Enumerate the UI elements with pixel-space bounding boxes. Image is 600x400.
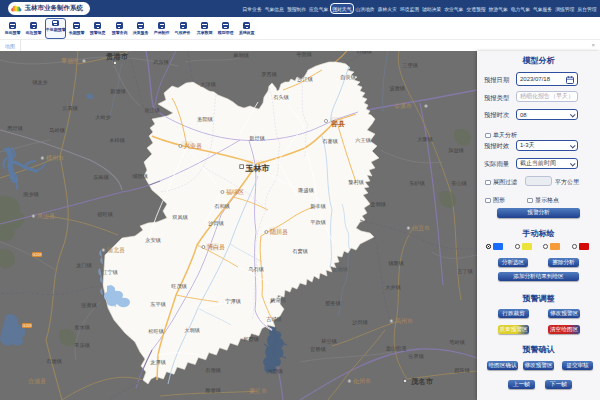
svg-text:武乐镇: 武乐镇 bbox=[153, 59, 169, 65]
svg-text:加益镇: 加益镇 bbox=[448, 147, 464, 154]
svg-text:石寨镇: 石寨镇 bbox=[322, 138, 338, 144]
svg-text:玉林市: 玉林市 bbox=[245, 163, 270, 173]
svg-text:黎村镇: 黎村镇 bbox=[348, 179, 364, 186]
svg-text:沙田镇: 沙田镇 bbox=[208, 220, 224, 227]
svg-text:宁潭镇: 宁潭镇 bbox=[225, 298, 241, 305]
svg-text:清湖镇: 清湖镇 bbox=[270, 297, 286, 304]
svg-text:镇龙乡: 镇龙乡 bbox=[32, 79, 48, 85]
svg-text:沙江镇: 沙江镇 bbox=[297, 76, 313, 83]
svg-text:化州市: 化州市 bbox=[353, 377, 371, 385]
svg-text:朱砂镇: 朱砂镇 bbox=[409, 180, 425, 186]
svg-text:福旺镇: 福旺镇 bbox=[97, 211, 113, 218]
svg-text:高州市: 高州市 bbox=[395, 317, 413, 324]
svg-text:泉水镇: 泉水镇 bbox=[74, 324, 90, 330]
svg-text:河唇镇: 河唇镇 bbox=[267, 368, 283, 375]
svg-text:官桥镇: 官桥镇 bbox=[310, 346, 326, 352]
svg-text:张黄镇: 张黄镇 bbox=[81, 302, 97, 309]
svg-text:周圩镇: 周圩镇 bbox=[7, 125, 23, 131]
svg-text:波塘镇: 波塘镇 bbox=[389, 85, 405, 92]
svg-text:隆盛镇: 隆盛镇 bbox=[298, 187, 314, 193]
svg-text:岑溪市: 岑溪市 bbox=[394, 102, 412, 109]
svg-text:分界镇: 分界镇 bbox=[408, 353, 424, 359]
svg-text:湛江镇: 湛江镇 bbox=[144, 107, 160, 114]
svg-text:观珠镇: 观珠镇 bbox=[454, 367, 470, 374]
svg-text:旺茂镇: 旺茂镇 bbox=[171, 283, 187, 289]
svg-text:廉江市: 廉江市 bbox=[249, 387, 267, 394]
svg-text:沙田镇: 沙田镇 bbox=[352, 319, 368, 326]
svg-text:石头镇: 石头镇 bbox=[273, 94, 289, 100]
svg-text:新塘镇: 新塘镇 bbox=[110, 88, 126, 95]
svg-text:林尘镇: 林尘镇 bbox=[320, 338, 337, 344]
svg-text:新圩镇: 新圩镇 bbox=[249, 135, 265, 141]
svg-text:自良镇: 自良镇 bbox=[340, 74, 356, 81]
svg-text:信宜市: 信宜市 bbox=[412, 224, 430, 232]
svg-text:G209: G209 bbox=[23, 324, 32, 328]
svg-text:麻垌镇: 麻垌镇 bbox=[233, 52, 249, 59]
svg-text:石和镇: 石和镇 bbox=[214, 203, 230, 209]
svg-text:G209: G209 bbox=[33, 253, 42, 257]
svg-text:大岭乡: 大岭乡 bbox=[95, 114, 111, 120]
svg-text:大洋镇: 大洋镇 bbox=[200, 81, 216, 88]
svg-text:大隆镇: 大隆镇 bbox=[417, 136, 433, 142]
svg-text:马岭镇: 马岭镇 bbox=[49, 127, 65, 133]
svg-text:灵山县: 灵山县 bbox=[37, 212, 55, 219]
svg-text:文地镇: 文地镇 bbox=[332, 266, 348, 272]
svg-text:笃岭镇: 笃岭镇 bbox=[449, 339, 465, 346]
svg-text:木梓镇: 木梓镇 bbox=[109, 137, 125, 143]
svg-text:古城镇: 古城镇 bbox=[266, 316, 282, 323]
svg-text:寺面镇: 寺面镇 bbox=[296, 51, 312, 57]
svg-text:松旺镇: 松旺镇 bbox=[148, 328, 164, 334]
svg-text:贵港市: 贵港市 bbox=[105, 52, 129, 61]
svg-text:平政镇: 平政镇 bbox=[310, 219, 326, 225]
svg-text:罗秀镇: 罗秀镇 bbox=[261, 71, 277, 78]
svg-text:六王镇: 六王镇 bbox=[355, 137, 371, 143]
svg-text:石颈镇: 石颈镇 bbox=[205, 367, 221, 373]
svg-text:云表镇: 云表镇 bbox=[62, 105, 78, 111]
svg-text:城隍镇: 城隍镇 bbox=[131, 173, 148, 179]
svg-text:容县: 容县 bbox=[330, 119, 345, 128]
svg-text:那务镇: 那务镇 bbox=[325, 300, 341, 307]
svg-text:博白县: 博白县 bbox=[207, 244, 225, 251]
svg-text:乐民镇: 乐民镇 bbox=[93, 174, 109, 180]
svg-text:常乐镇: 常乐镇 bbox=[74, 342, 90, 348]
svg-text:洛阳镇: 洛阳镇 bbox=[197, 116, 213, 123]
svg-text:金垌镇: 金垌镇 bbox=[370, 201, 386, 208]
svg-text:茶山镇: 茶山镇 bbox=[451, 180, 467, 186]
svg-text:石窝镇: 石窝镇 bbox=[292, 248, 308, 254]
svg-text:乌石镇: 乌石镇 bbox=[248, 266, 264, 273]
svg-text:新丰镇: 新丰镇 bbox=[310, 203, 326, 209]
svg-text:东平镇: 东平镇 bbox=[150, 301, 166, 307]
svg-text:龙潭镇: 龙潭镇 bbox=[150, 359, 166, 366]
svg-text:兴业县: 兴业县 bbox=[184, 142, 202, 149]
svg-text:双凤镇: 双凤镇 bbox=[172, 214, 188, 220]
svg-text:合浦县: 合浦县 bbox=[28, 378, 46, 385]
svg-text:雅塘镇: 雅塘镇 bbox=[205, 387, 221, 394]
svg-text:金山街道: 金山街道 bbox=[386, 345, 408, 352]
svg-text:和寮镇: 和寮镇 bbox=[243, 336, 259, 342]
svg-text:覃塘区: 覃塘区 bbox=[61, 57, 79, 65]
svg-text:石塘镇: 石塘镇 bbox=[46, 358, 62, 365]
svg-text:大垌镇: 大垌镇 bbox=[184, 327, 200, 334]
svg-text:福绵区: 福绵区 bbox=[226, 188, 244, 196]
svg-text:龙门镇: 龙门镇 bbox=[76, 262, 92, 268]
svg-text:大井镇: 大井镇 bbox=[385, 284, 401, 290]
svg-text:浦北县: 浦北县 bbox=[107, 246, 125, 254]
svg-text:陆川县: 陆川县 bbox=[270, 228, 288, 235]
svg-text:石桶镇: 石桶镇 bbox=[356, 51, 372, 54]
svg-text:南乡镇: 南乡镇 bbox=[23, 191, 39, 197]
svg-text:三堡镇: 三堡镇 bbox=[402, 62, 418, 68]
svg-text:永安镇: 永安镇 bbox=[145, 237, 161, 243]
svg-text:古丁镇: 古丁镇 bbox=[457, 268, 473, 275]
svg-text:江宁镇: 江宁镇 bbox=[102, 269, 118, 276]
svg-text:横州市: 横州市 bbox=[46, 154, 64, 161]
svg-text:镇隆镇: 镇隆镇 bbox=[388, 260, 404, 266]
svg-text:茂名市: 茂名市 bbox=[410, 377, 434, 386]
